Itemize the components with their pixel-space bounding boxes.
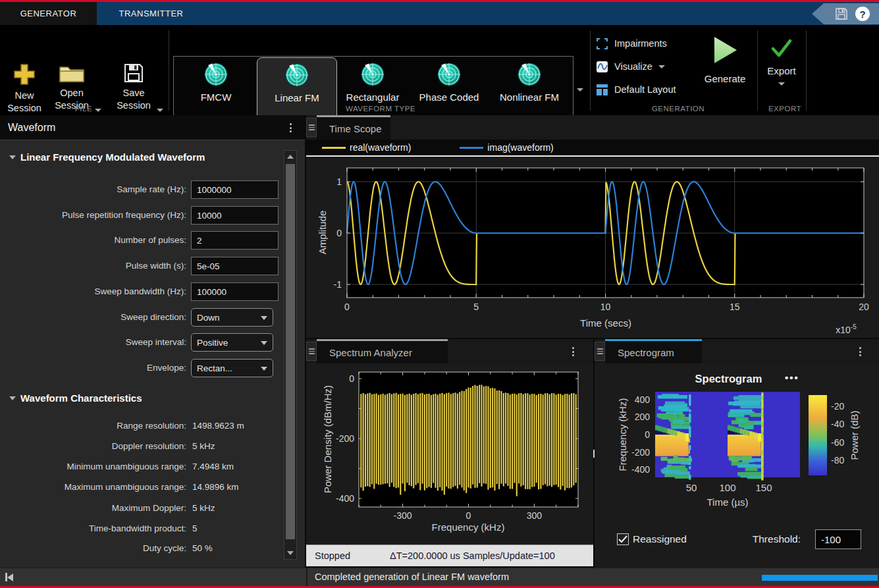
tab-generator[interactable]: GENERATOR <box>0 2 97 25</box>
spectrogram-tab[interactable]: Spectrogram <box>605 339 702 363</box>
waveform-type-nonlinear-fm[interactable]: Nonlinear FM <box>490 57 569 122</box>
scroll-up-arrow[interactable] <box>287 155 294 159</box>
field-label: Pulse repetition frequency (Hz): <box>3 206 186 225</box>
status-divider <box>306 568 307 587</box>
export-button[interactable]: Export <box>760 34 803 108</box>
spectrum-figure <box>306 363 593 545</box>
dropdown-value: Rectan... <box>197 363 232 373</box>
radar-icon <box>203 62 228 87</box>
spectrum-tab-label: Spectrum Analyzer <box>329 347 412 358</box>
time-scope-tab[interactable]: Time Scope <box>317 115 390 140</box>
save-session-dropdown-arrow[interactable] <box>157 109 163 112</box>
ribbon-divider <box>169 30 169 111</box>
tab-transmitter[interactable]: TRANSMITTER <box>97 2 205 25</box>
characteristic-value: 5 kHz <box>192 441 215 451</box>
field-input-1[interactable] <box>191 206 279 225</box>
waveform-panel-scrollbar[interactable] <box>284 150 297 560</box>
export-label: Export <box>760 65 803 77</box>
lfm-section-title: Linear Frequency Modulated Waveform <box>20 151 205 163</box>
field-dropdown-6[interactable]: Positive <box>191 333 273 352</box>
save-session-floppy-icon <box>122 62 145 84</box>
spectrogram-tab-label: Spectrogram <box>618 347 674 358</box>
radar-icon <box>437 62 462 87</box>
default-layout-button[interactable]: Default Layout <box>596 83 676 96</box>
collapse-panel-button[interactable] <box>5 573 13 581</box>
time-scope-figure <box>306 157 879 338</box>
time-scope-tab-label: Time Scope <box>329 123 381 134</box>
impairments-icon <box>596 38 608 50</box>
visualize-icon <box>596 61 608 73</box>
field-label: Pulse width (s): <box>3 257 186 275</box>
collapse-arrow-icon <box>9 155 16 159</box>
spectrum-status-details: ΔT=200.0000 us Samples/Update=100 <box>390 550 555 561</box>
waveform-panel-title: Waveform <box>8 122 55 134</box>
ribbon-divider <box>757 30 758 111</box>
legend-item-imag: imag(waveform) <box>460 142 553 153</box>
spectrum-menu-button[interactable] <box>568 345 577 358</box>
field-dropdown-5[interactable]: Down <box>191 308 273 327</box>
waveform-gallery-dropdown-arrow <box>577 88 583 92</box>
dropdown-arrow-icon <box>261 316 267 320</box>
time-scope-plot[interactable] <box>306 157 879 338</box>
waveform-type-label: Nonlinear FM <box>490 91 569 103</box>
characteristic-label: Maximum unambiguous range: <box>3 482 186 492</box>
help-button[interactable]: ? <box>855 7 870 21</box>
waveform-gallery-dropdown[interactable] <box>573 56 587 123</box>
legend-line-real <box>322 147 346 149</box>
field-label: Sample rate (Hz): <box>3 180 186 199</box>
save-session-button[interactable]: Save Session <box>111 62 157 117</box>
generation-section-label: GENERATION <box>612 105 744 113</box>
ribbon-divider <box>590 30 591 111</box>
waveform-type-linear-fm[interactable]: Linear FM <box>257 57 337 123</box>
field-input-0[interactable] <box>191 180 279 199</box>
spectrum-drag-handle[interactable] <box>306 342 317 361</box>
scrollbar-thumb[interactable] <box>286 164 295 539</box>
field-dropdown-7[interactable]: Rectan... <box>191 359 273 377</box>
spectrogram-ellipsis-menu[interactable]: ••• <box>785 372 807 383</box>
characteristic-value: 50 % <box>192 543 213 553</box>
save-icon[interactable] <box>834 7 849 21</box>
spectrum-plot[interactable] <box>306 363 593 545</box>
new-session-button[interactable]: New Session <box>5 63 43 116</box>
generate-button[interactable]: Generate <box>697 34 753 108</box>
radar-icon <box>360 62 385 87</box>
characteristic-label: Minimum unambiguous range: <box>3 462 186 471</box>
legend-item-real: real(waveform) <box>322 142 411 153</box>
spectrum-status-strip: Stopped ΔT=200.0000 us Samples/Update=10… <box>306 545 593 566</box>
spectrum-tab[interactable]: Spectrum Analyzer <box>317 339 448 363</box>
generate-label: Generate <box>697 72 753 85</box>
field-label: Sweep bandwidth (Hz): <box>3 282 186 301</box>
legend-line-imag <box>460 147 483 149</box>
field-label: Sweep direction: <box>3 308 186 327</box>
waveform-type-label: Rectangular <box>337 91 408 103</box>
characteristics-section-header[interactable]: Waveform Characteristics <box>9 392 142 404</box>
time-scope-drag-handle[interactable] <box>306 118 317 137</box>
characteristic-label: Doppler resolution: <box>3 441 186 451</box>
lfm-section-header[interactable]: Linear Frequency Modulated Waveform <box>9 151 205 163</box>
file-section-label: FILE <box>54 105 113 113</box>
collapse-arrow-icon <box>9 396 16 400</box>
spectrogram-menu-button[interactable] <box>855 345 865 358</box>
threshold-input[interactable] <box>815 529 861 549</box>
field-input-4[interactable] <box>191 282 279 301</box>
dropdown-value: Down <box>197 313 220 323</box>
waveform-panel-menu-button[interactable] <box>286 121 295 134</box>
field-input-3[interactable] <box>191 257 279 275</box>
reassigned-checkbox[interactable] <box>617 533 629 545</box>
characteristic-value: 14.9896 km <box>192 482 239 492</box>
waveform-type-label: Linear FM <box>257 92 336 104</box>
waveform-type-label: Phase Coded <box>410 91 489 103</box>
reassigned-label: Reassigned <box>633 533 687 545</box>
app-window: GENERATOR TRANSMITTER ? New Session <box>0 0 879 588</box>
export-check-icon <box>770 38 793 58</box>
field-input-2[interactable] <box>191 231 279 250</box>
ribbon-divider <box>806 30 807 111</box>
spectrogram-title: Spectrogram <box>671 373 786 385</box>
visualize-button[interactable]: Visualize <box>596 60 665 73</box>
spectrogram-drag-handle[interactable] <box>595 342 605 361</box>
save-session-label: Save Session <box>111 87 157 112</box>
radar-icon <box>284 63 309 88</box>
impairments-button[interactable]: Impairments <box>596 37 667 50</box>
waveform-type-fmcw[interactable]: FMCW <box>176 57 255 122</box>
scroll-down-arrow[interactable] <box>287 551 294 555</box>
